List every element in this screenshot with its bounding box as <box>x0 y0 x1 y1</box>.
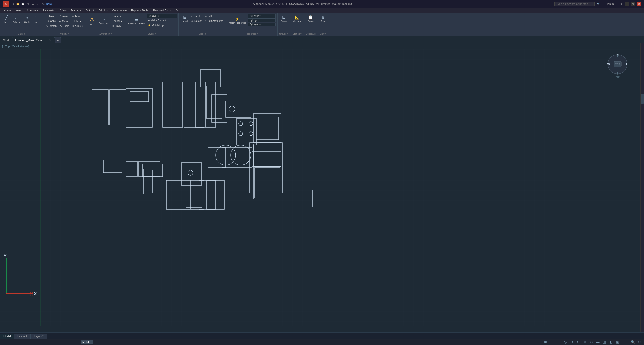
close-button[interactable]: ✕ <box>637 2 641 6</box>
undo-button[interactable]: ↩ <box>36 2 40 6</box>
stretch-button[interactable]: ⇲ Stretch <box>45 24 58 28</box>
prop-dropdown-3[interactable]: ByLayer ▾ <box>248 23 276 26</box>
app-logo[interactable]: A <box>3 1 9 7</box>
array-button[interactable]: ⊞ Array ▾ <box>71 24 84 28</box>
signin-button[interactable]: Sign In <box>602 2 617 6</box>
polar-icon[interactable]: ◎ <box>563 339 568 344</box>
text-button[interactable]: A Text <box>87 16 97 26</box>
prop-dropdown-2[interactable]: ByLayer ▾ <box>248 18 276 22</box>
rotate-button[interactable]: ↺ Rotate <box>57 14 70 18</box>
draw-group-label[interactable]: Draw ▾ <box>18 33 25 35</box>
copy-button[interactable]: ⧉ Copy <box>46 19 57 23</box>
tab-drawing[interactable]: Furniture_MakeItSmall.dxf ✕ <box>12 37 55 43</box>
trim-button[interactable]: ✂ Trim ▾ <box>71 14 83 18</box>
menu-home[interactable]: Home <box>2 8 13 12</box>
base-button[interactable]: ⊕ Base <box>318 14 327 23</box>
transparency-icon[interactable]: ◫ <box>602 339 607 344</box>
fillet-button[interactable]: ⌐ Fillet ▾ <box>71 19 83 23</box>
tab-close-icon[interactable]: ✕ <box>49 38 52 42</box>
search-input[interactable] <box>554 2 595 6</box>
group-button[interactable]: ⊡ Group <box>279 14 288 23</box>
svg-text:E: E <box>625 63 627 66</box>
groups-group-label[interactable]: Groups ▾ <box>279 33 288 35</box>
layout-tab-layout2[interactable]: Layout2 <box>30 334 47 339</box>
viewport-label: [-][Top][2D Wireframe] <box>2 45 29 48</box>
layers-group-label[interactable]: Layers ▾ <box>147 33 156 35</box>
line-button[interactable]: ╱ Line <box>2 14 11 24</box>
table-button[interactable]: ⊞ Table <box>111 24 124 28</box>
leader-button[interactable]: Leader ▾ <box>111 19 124 23</box>
measure-button[interactable]: 📐 Measure <box>291 14 303 23</box>
dimension-button[interactable]: ↔ Dimension <box>97 17 111 25</box>
edit-button[interactable]: ✏ Edit <box>204 14 224 18</box>
restore-button[interactable]: ⧉ <box>631 2 635 6</box>
menu-annotate[interactable]: Annotate <box>25 8 40 12</box>
menu-view[interactable]: View <box>58 8 69 12</box>
arc-button[interactable]: ⌒ Arc <box>33 14 42 24</box>
menu-collaborate[interactable]: Collaborate <box>110 8 129 12</box>
menu-overflow[interactable]: ⚙ <box>173 8 180 12</box>
zoom-icon[interactable]: 🔍 <box>630 339 635 344</box>
properties-group-label[interactable]: Properties ▾ <box>246 33 258 35</box>
polyline-button[interactable]: ⌐ Polyline <box>11 15 22 24</box>
layout-tab-model[interactable]: Model <box>0 334 14 339</box>
saveas-button[interactable]: 🖫 <box>26 2 30 6</box>
minimize-button[interactable]: ─ <box>625 2 629 6</box>
scrollbar-right[interactable] <box>640 43 644 332</box>
tab-start[interactable]: Start <box>0 37 12 43</box>
move-button[interactable]: ↕ Move <box>46 14 56 18</box>
tab-add-button[interactable]: + <box>55 37 61 43</box>
insert-button[interactable]: ⊞ Insert <box>180 14 189 23</box>
ortho-icon[interactable]: ⊾ <box>556 339 561 344</box>
command-input[interactable] <box>10 334 642 337</box>
search-icon[interactable]: 🔍 <box>596 2 601 6</box>
ucs-icon[interactable]: ⊛ <box>582 339 587 344</box>
snap-icon[interactable]: ⊡ <box>549 339 555 344</box>
layer-dropdown[interactable]: ByLayer ▾ <box>147 14 177 18</box>
menu-manage[interactable]: Manage <box>69 8 83 12</box>
create-button[interactable]: □ Create <box>190 14 203 18</box>
layout-tab-add-button[interactable]: + <box>47 333 53 339</box>
grid-icon[interactable]: ⊞ <box>543 339 548 344</box>
open-button[interactable]: 📂 <box>16 2 20 6</box>
make-current-button[interactable]: ✦ Make Current <box>147 18 177 23</box>
save-button[interactable]: 💾 <box>21 2 25 6</box>
edit-attributes-button[interactable]: ✏ Edit Attributes <box>204 19 224 23</box>
mirror-button[interactable]: ⇔ Mirror <box>58 19 70 23</box>
model-label[interactable]: MODEL <box>81 340 93 344</box>
circle-button[interactable]: ○ Circle <box>23 15 32 24</box>
otrack-icon[interactable]: ⊕ <box>576 339 581 344</box>
layer-properties-button[interactable]: ☰ Layer Properties <box>127 16 146 25</box>
modify-group-label[interactable]: Modify ▾ <box>60 33 69 35</box>
scroll-thumb-right[interactable] <box>641 94 644 104</box>
menu-insert[interactable]: Insert <box>13 8 24 12</box>
print-button[interactable]: 🖨 <box>31 2 35 6</box>
menu-express[interactable]: Express Tools <box>129 8 150 12</box>
qp-icon[interactable]: ◧ <box>608 339 614 344</box>
title-bar-title: Autodesk AutoCAD 2025 - EDUCATIONAL VERS… <box>50 2 554 5</box>
menu-addins[interactable]: Add-ins <box>97 8 110 12</box>
menu-featured[interactable]: Featured Apps <box>151 8 173 12</box>
block-group-label[interactable]: Block ▾ <box>199 33 206 35</box>
menu-output[interactable]: Output <box>84 8 96 12</box>
scale-button[interactable]: ⤡ Scale <box>59 24 70 28</box>
osnap-icon[interactable]: ⊙ <box>569 339 574 344</box>
settings-status-icon[interactable]: ⚙ <box>637 339 642 344</box>
paste-button[interactable]: 📋 Paste <box>306 14 315 23</box>
match-layer-button[interactable]: ⚡ Match Layer <box>147 23 177 27</box>
sc-icon[interactable]: ▣ <box>615 339 620 344</box>
share-button[interactable]: Share <box>46 2 50 6</box>
prop-dropdown-1[interactable]: ByLayer ▾ <box>248 14 276 18</box>
dyn-icon[interactable]: ⊗ <box>589 339 594 344</box>
detect-button[interactable]: ◎ Detect <box>190 19 203 23</box>
menu-parametric[interactable]: Parametric <box>41 8 58 12</box>
drawing-canvas[interactable]: Y X <box>0 43 644 332</box>
layout-tab-layout1[interactable]: Layout1 <box>14 334 30 339</box>
lw-icon[interactable]: ▬ <box>595 339 600 344</box>
annotation-group-label[interactable]: Annotation ▾ <box>99 33 112 35</box>
settings-icon[interactable]: ⚙ <box>619 2 623 6</box>
new-button[interactable]: 🗋 <box>11 2 15 6</box>
match-properties-button[interactable]: ⚡ Match Properties <box>228 16 247 25</box>
utilities-group-label[interactable]: Utilities ▾ <box>293 33 302 35</box>
linear-button[interactable]: Linear ▾ <box>111 14 124 18</box>
